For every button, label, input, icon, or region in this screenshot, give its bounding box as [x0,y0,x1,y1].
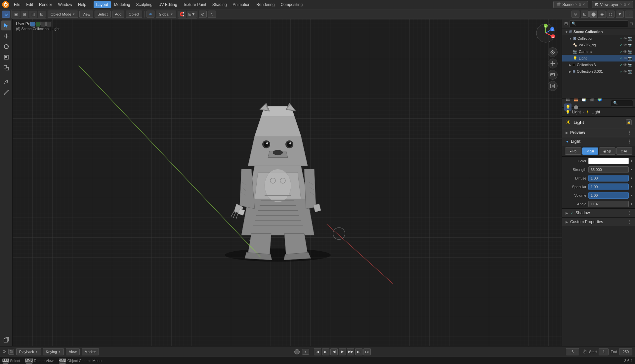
icon-square3[interactable]: ◫ [29,11,37,18]
icon-square4[interactable]: ⊡ [38,11,46,18]
props-search-input[interactable]: 🔍 [611,100,633,106]
col3001-check[interactable]: ✓ [620,69,623,74]
color-picker[interactable] [588,158,629,164]
axis-gizmo[interactable]: Y Z X [536,23,556,43]
color-dot[interactable]: • [631,158,632,164]
viewport[interactable]: User Perspective (6) Scene Collection | … [13,19,562,346]
jump-end-btn[interactable]: ⏭ [363,348,371,355]
add-cube-tool[interactable] [1,335,11,345]
current-frame[interactable]: 6 [566,348,579,355]
col3-eye[interactable]: 👁 [623,63,627,67]
tab-shading[interactable]: Shading [210,1,230,8]
strength-value[interactable]: 35.000 [588,166,629,173]
mode-selector[interactable]: Object Mode ▼ [48,11,78,18]
viewport-shading-material[interactable]: ◉ [598,11,606,18]
measure-tool[interactable] [1,87,11,97]
select-btn[interactable]: Select [95,11,111,18]
outliner-item-collection[interactable]: ▼ ⊞ Collection ✓ 👁 📷 [562,35,635,42]
light-type-spot[interactable]: ◉ Sp [599,147,615,155]
scene-selector[interactable]: 🎬 Scene ✕ ⧉ ✕ [553,1,588,8]
menu-help[interactable]: Help [75,1,89,8]
camera-view-btn[interactable] [548,70,558,80]
prop-tab-render[interactable]: 🖼 [564,99,572,103]
viewport-shading-wire[interactable]: ⊡ [581,11,589,18]
play-btn[interactable]: ▶ [339,348,346,355]
filter-icon[interactable]: ⊟ [630,21,633,26]
playback-btn[interactable]: Playback ▼ [16,348,41,355]
annotate-tool[interactable] [1,77,11,87]
keying-btn[interactable]: Keying ▼ [43,348,64,355]
scene-icon-btn[interactable]: 🎬 [8,349,14,355]
transform-orientation-btn[interactable]: ⊕ [147,11,154,18]
shadow-menu[interactable]: ⋮ [627,210,632,216]
render-region-btn[interactable] [548,81,558,91]
view-btn[interactable]: View [66,348,80,355]
prop-tab-scene[interactable]: 🎬 [588,99,595,103]
diffuse-dot[interactable]: • [631,176,632,181]
mmb-key[interactable]: MMB [25,358,33,364]
diffuse-value[interactable]: 1.00 [588,175,629,182]
light-section-menu[interactable]: ⋮ [627,139,632,144]
menu-file[interactable]: File [11,1,23,8]
wgts-eye[interactable]: 👁 [623,43,627,47]
specular-value[interactable]: 1.00 [588,183,629,190]
col3001-eye[interactable]: 👁 [623,69,627,74]
start-frame[interactable]: 1 [599,348,609,355]
icon-square2[interactable]: ⊞ [21,11,28,18]
proportional-edit-btn[interactable]: ⊙ [199,11,207,18]
wgts-check[interactable]: ✓ [620,43,623,47]
timeline-editor-icon[interactable]: ⟳ [3,349,6,354]
menu-render[interactable]: Render [36,1,55,8]
volume-value[interactable]: 1.00 [588,192,629,199]
move-tool[interactable] [1,31,11,41]
display-overlay-btn[interactable]: ⊙ [572,11,579,18]
tab-uv-editing[interactable]: UV Editing [156,1,180,8]
col3-cam[interactable]: 📷 [628,63,632,67]
angle-dot[interactable]: • [631,201,632,207]
tab-rendering[interactable]: Rendering [254,1,277,8]
object-btn[interactable]: Object [126,11,142,18]
outliner-item-col3[interactable]: ▶ ⊞ Collection 3 ✓ 👁 📷 [562,61,635,68]
proportional-falloff-btn[interactable]: ∿ [208,11,216,18]
end-frame[interactable]: 250 [619,348,632,355]
shadow-checkbox[interactable]: ✓ [570,211,573,215]
icon-square1[interactable]: ▣ [12,11,20,18]
eye-icon[interactable]: 👁 [623,36,627,41]
snap-options-btn[interactable]: ⊟▼ [187,11,197,18]
viewport-shading-solid[interactable]: ⬤ [589,11,597,18]
add-btn[interactable]: Add [112,11,125,18]
cursor-tool-btn[interactable]: ⊕ [2,11,10,18]
view-btn[interactable]: View [79,11,93,18]
menu-window[interactable]: Window [55,1,75,8]
viewlayer-selector[interactable]: 🖼 ViewLayer ✕ ⧉ ✕ [592,1,633,8]
menu-edit[interactable]: Edit [23,1,36,8]
editor-type-btn[interactable]: ⋮ [625,11,633,18]
rmb-key[interactable]: RMB [59,358,66,364]
transform-label[interactable]: Global ▼ [156,11,176,18]
play-back-btn[interactable]: ◀ [330,348,338,355]
col3-check[interactable]: ✓ [620,63,623,67]
scale-tool[interactable] [1,52,11,62]
cam-check[interactable]: ✓ [620,50,623,54]
outliner-search-input[interactable]: 🔍 [569,20,628,27]
zoom-to-selection-btn[interactable] [548,47,558,57]
custom-props-menu[interactable]: ⋮ [627,219,632,224]
custom-props-header[interactable]: ▶ Custom Properties ⋮ [562,218,635,226]
tab-layout[interactable]: Layout [94,1,111,8]
prop-tab-output[interactable]: 📤 [572,99,579,103]
viewport-settings-btn[interactable]: ▼ [616,11,624,18]
pan-view-btn[interactable] [548,59,558,68]
select-tool[interactable] [1,20,11,30]
light-check[interactable]: ✓ [620,56,623,61]
lmb-key[interactable]: LMB [3,358,9,364]
light-type-point[interactable]: ● Po [565,147,581,155]
jump-next-keyframe-btn[interactable]: ⏭ [355,348,362,355]
cam-cam[interactable]: 📷 [628,50,632,54]
play-forward-btn[interactable]: ▶▶ [347,348,354,355]
col3001-cam[interactable]: 📷 [628,69,632,74]
tab-compositing[interactable]: Compositing [278,1,305,8]
light-type-area[interactable]: □ Ar [616,147,633,155]
cam-eye[interactable]: 👁 [623,50,627,54]
record-dot[interactable] [294,349,300,354]
visibility-check[interactable]: ✓ [620,36,623,41]
